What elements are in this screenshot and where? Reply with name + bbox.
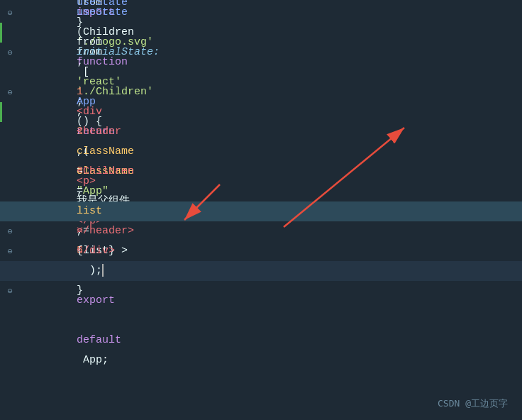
gutter-5: ⊖ <box>0 87 20 98</box>
gutter-13: ⊖ <box>0 246 20 257</box>
tag: <Children <box>77 165 134 177</box>
fold-icon-5[interactable]: ⊖ <box>7 87 12 98</box>
line-content-17: export default App; <box>20 271 522 390</box>
gutter-12: ⊖ <box>0 226 20 237</box>
text <box>77 145 140 158</box>
text: App; <box>77 354 109 366</box>
gutter-3: ⊖ <box>0 48 20 58</box>
text <box>77 314 83 326</box>
fold-icon-3[interactable]: ⊖ <box>7 48 12 58</box>
fold-icon-15[interactable]: ⊖ <box>7 286 12 297</box>
text <box>77 106 115 118</box>
keyword: export <box>77 294 115 306</box>
accent-green-6 <box>0 102 2 122</box>
gutter-1: ⊖ <box>0 8 20 18</box>
gutter-15: ⊖ <box>0 286 20 297</box>
accent-green <box>0 23 2 43</box>
watermark: CSDN @工边页字 <box>438 397 508 410</box>
fold-icon-1[interactable]: ⊖ <box>7 8 12 18</box>
fold-icon-12[interactable]: ⊖ <box>7 226 12 237</box>
keyword: default <box>77 334 121 346</box>
text: ( <box>77 26 89 38</box>
code-line-17: export default App; <box>0 321 522 341</box>
fold-icon-13[interactable]: ⊖ <box>7 246 12 257</box>
hint-text: initialState: <box>77 46 160 58</box>
text <box>77 185 83 197</box>
code-editor: ⊖ import logo from './logo.svg' ; import… <box>0 0 522 420</box>
function: useState <box>77 6 128 18</box>
code-lines: ⊖ import logo from './logo.svg' ; import… <box>0 0 522 341</box>
